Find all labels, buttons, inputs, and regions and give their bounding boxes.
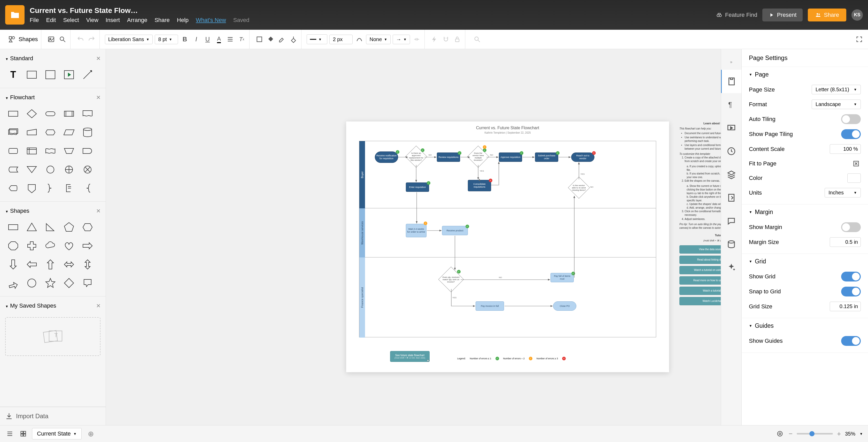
summing-shape[interactable] <box>81 163 95 177</box>
target-icon[interactable] <box>775 429 784 438</box>
fill-bucket-icon[interactable] <box>289 35 298 44</box>
italic-button[interactable]: I <box>191 35 201 44</box>
fullscreen-icon[interactable] <box>855 35 864 44</box>
arrow-right-shape[interactable] <box>81 239 95 253</box>
star-shape[interactable] <box>43 276 57 290</box>
magnet-icon[interactable] <box>441 35 451 44</box>
text-tab[interactable]: ¶ <box>721 93 741 116</box>
circle-shape[interactable] <box>25 276 39 290</box>
delay-shape[interactable] <box>81 144 95 158</box>
text-color-button[interactable]: A <box>214 35 223 44</box>
comments-tab[interactable] <box>721 209 741 233</box>
text-shape[interactable]: T <box>6 68 20 82</box>
align-button[interactable] <box>225 35 235 44</box>
document-title[interactable]: Current vs. Future State Flow… <box>30 6 716 15</box>
heart-shape[interactable] <box>62 239 76 253</box>
cloud-shape[interactable] <box>43 239 57 253</box>
future-state-button[interactable]: See future state flowchart (Hold Shift +… <box>390 351 430 362</box>
user-avatar[interactable]: KS <box>851 9 863 21</box>
zoom-slider[interactable] <box>797 433 833 435</box>
tutorial-read-cf[interactable]: Read more on how to use conditional form… <box>679 276 721 285</box>
arrow-up-shape[interactable] <box>43 258 57 271</box>
node-consolidate[interactable]: Consolidate requisitions× <box>468 180 491 191</box>
node-wait-weeks[interactable]: Wait 2-4 weeks for order to arrive! <box>406 224 427 237</box>
stored-data-shape[interactable] <box>6 163 20 177</box>
direct-data-shape[interactable] <box>6 144 20 158</box>
menu-help[interactable]: Help <box>177 17 189 24</box>
node-match-decision[interactable]: Does qty. received match qty. sent on in… <box>442 270 460 289</box>
manual-op-shape[interactable] <box>62 144 76 158</box>
close-shapes-icon[interactable]: × <box>96 207 100 215</box>
import-data-button[interactable]: Import Data <box>0 407 106 425</box>
menu-arrange[interactable]: Arrange <box>127 17 147 24</box>
database-shape[interactable] <box>81 125 95 139</box>
document-shape[interactable] <box>81 107 95 121</box>
stroke-width-input[interactable]: 2 px <box>330 35 352 44</box>
cross-shape[interactable] <box>25 239 39 253</box>
zoom-out-button[interactable]: − <box>789 430 793 438</box>
units-select[interactable]: Inches▼ <box>825 188 861 198</box>
note-shape[interactable] <box>43 68 57 82</box>
share-button[interactable]: Share <box>808 8 846 22</box>
brace-left-shape[interactable] <box>81 181 95 195</box>
pentagon-shape[interactable] <box>62 220 76 234</box>
node-receive-product[interactable]: Receive product✓ <box>442 226 468 235</box>
doc-folder-icon[interactable] <box>5 5 25 25</box>
feature-find[interactable]: Feature Find <box>716 11 757 18</box>
node-reach-vendor[interactable]: Reach out to vendor× <box>571 152 594 162</box>
node-close-po[interactable]: Close PO <box>553 301 576 311</box>
right-triangle-shape[interactable] <box>43 220 57 234</box>
standard-section-label[interactable]: Standard <box>10 55 33 61</box>
node-resend-decision[interactable]: Is the vendor able to re-send missing it… <box>571 180 587 196</box>
page-grid-icon[interactable] <box>19 429 28 438</box>
rectangle-shape[interactable] <box>6 220 20 234</box>
shape-fill-icon[interactable] <box>255 35 264 44</box>
lock-icon[interactable] <box>453 35 462 44</box>
menu-edit[interactable]: Edit <box>46 17 56 24</box>
zoom-in-button[interactable]: + <box>837 430 841 438</box>
history-tab[interactable] <box>721 140 741 163</box>
line-style-select[interactable]: ━━▼ <box>307 34 327 44</box>
node-submit-po[interactable]: Submit purchase order✓ <box>535 152 558 162</box>
node-enter-requisition[interactable]: Enter requisition✓ <box>406 182 429 192</box>
page-section-header[interactable]: Page <box>755 71 769 78</box>
arrow-leftright-shape[interactable] <box>62 258 76 271</box>
node-approve-requisition[interactable]: Approve requisition✓ <box>499 152 522 162</box>
arrow-updown-shape[interactable] <box>81 258 95 271</box>
font-family-select[interactable]: Liberation Sans▼ <box>105 35 153 44</box>
page[interactable]: Current vs. Future State Flowchart Kathr… <box>346 121 669 372</box>
preparation-shape[interactable] <box>43 125 57 139</box>
saved-shapes-dropzone[interactable]: T <box>5 317 100 356</box>
search-toolbar-icon[interactable] <box>472 35 482 44</box>
grid-section-header[interactable]: Grid <box>755 258 766 265</box>
node-receive-notification[interactable]: Receive notification for requisition✓ <box>375 151 398 163</box>
fit-to-page-button[interactable] <box>851 159 861 168</box>
callout-shape[interactable] <box>81 276 95 290</box>
action-icon[interactable] <box>430 35 439 44</box>
content-scale-input[interactable] <box>830 144 861 154</box>
node-pay-full[interactable]: Pay invoice in full <box>475 301 504 311</box>
arrow-down-shape[interactable] <box>6 258 20 271</box>
hexagon-shape[interactable] <box>81 220 95 234</box>
show-grid-toggle[interactable] <box>841 272 861 282</box>
internal-storage-shape[interactable] <box>25 144 39 158</box>
tutorial-basics[interactable]: Watch Lucidchart basic tutorials <box>679 297 721 305</box>
menu-insert[interactable]: Insert <box>106 17 120 24</box>
close-flowchart-icon[interactable]: × <box>96 93 100 101</box>
node-review-requisitions[interactable]: Review requisitions✓ <box>437 152 460 162</box>
shapes-panel-toggle[interactable] <box>7 35 17 44</box>
show-tiling-toggle[interactable] <box>841 129 861 139</box>
grid-size-input[interactable] <box>830 302 861 311</box>
connector-shape[interactable] <box>43 163 57 177</box>
border-color-button[interactable] <box>277 35 287 44</box>
page-list-icon[interactable] <box>5 429 14 438</box>
zoom-value[interactable]: 35% <box>845 431 855 437</box>
collapse-panel-icon[interactable]: » <box>721 54 741 70</box>
page-settings-tab[interactable] <box>721 70 741 93</box>
menu-share[interactable]: Share <box>154 17 170 24</box>
data-shape[interactable] <box>62 125 76 139</box>
line-type-button[interactable] <box>355 35 364 44</box>
octagon-shape[interactable] <box>6 239 20 253</box>
arrow-left-shape[interactable] <box>25 258 39 271</box>
whats-new-link[interactable]: What's New <box>196 17 226 24</box>
